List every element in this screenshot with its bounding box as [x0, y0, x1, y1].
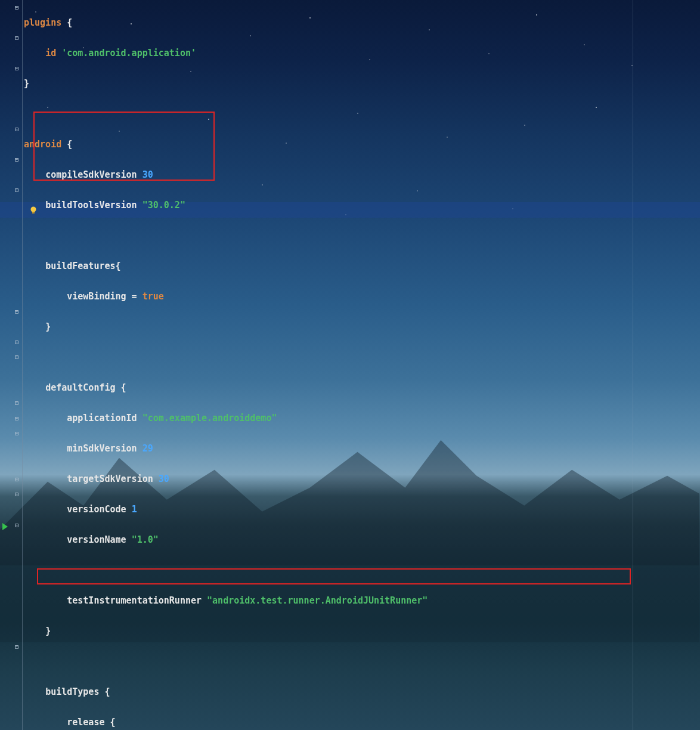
fold-toggle-icon[interactable]: ⊟ — [13, 522, 20, 529]
svg-rect-1 — [32, 212, 35, 214]
code-line[interactable]: viewBinding = true — [24, 289, 700, 305]
code-line[interactable]: release { — [24, 715, 700, 731]
fold-close-icon[interactable]: ⊟ — [13, 35, 20, 42]
code-line[interactable]: buildToolsVersion "30.0.2" — [24, 198, 700, 214]
fold-toggle-icon[interactable]: ⊟ — [13, 126, 20, 133]
fold-toggle-icon[interactable]: ⊟ — [13, 4, 20, 11]
fold-close-icon[interactable]: ⊟ — [13, 644, 20, 651]
code-line[interactable]: defaultConfig { — [24, 381, 700, 396]
code-line[interactable]: plugins { — [24, 16, 700, 31]
code-editor[interactable]: plugins { id 'com.android.application' }… — [24, 0, 700, 730]
fold-close-icon[interactable]: ⊟ — [13, 415, 20, 422]
code-line[interactable]: compileSdkVersion 30 — [24, 168, 700, 183]
fold-column — [11, 0, 23, 730]
intention-bulb-icon[interactable] — [29, 205, 38, 214]
fold-close-icon[interactable]: ⊟ — [13, 156, 20, 163]
run-gutter-icon[interactable] — [2, 523, 8, 530]
code-line[interactable]: id 'com.android.application' — [24, 46, 700, 61]
svg-point-0 — [31, 207, 36, 212]
fold-close-icon[interactable]: ⊟ — [13, 476, 20, 483]
code-line[interactable]: versionCode 1 — [24, 502, 700, 518]
code-line[interactable]: } — [24, 320, 700, 335]
code-line[interactable]: testInstrumentationRunner "androidx.test… — [24, 593, 700, 609]
code-line[interactable]: minSdkVersion 29 — [24, 441, 700, 457]
fold-toggle-icon[interactable]: ⊟ — [13, 187, 20, 194]
code-line[interactable]: targetSdkVersion 30 — [24, 472, 700, 487]
fold-close-icon[interactable]: ⊟ — [13, 491, 20, 498]
code-line[interactable]: android { — [24, 137, 700, 153]
fold-toggle-icon[interactable]: ⊟ — [13, 65, 20, 72]
fold-toggle-icon[interactable]: ⊟ — [13, 354, 20, 361]
code-line[interactable]: } — [24, 624, 700, 639]
code-line[interactable]: buildFeatures{ — [24, 259, 700, 274]
code-line[interactable]: } — [24, 76, 700, 92]
fold-close-icon[interactable]: ⊟ — [13, 308, 20, 315]
code-line[interactable]: buildTypes { — [24, 685, 700, 700]
fold-toggle-icon[interactable]: ⊟ — [13, 430, 20, 437]
fold-close-icon[interactable]: ⊟ — [13, 400, 20, 407]
code-line[interactable]: versionName "1.0" — [24, 533, 700, 548]
fold-toggle-icon[interactable]: ⊟ — [13, 339, 20, 346]
code-line[interactable]: applicationId "com.example.androiddemo" — [24, 411, 700, 426]
